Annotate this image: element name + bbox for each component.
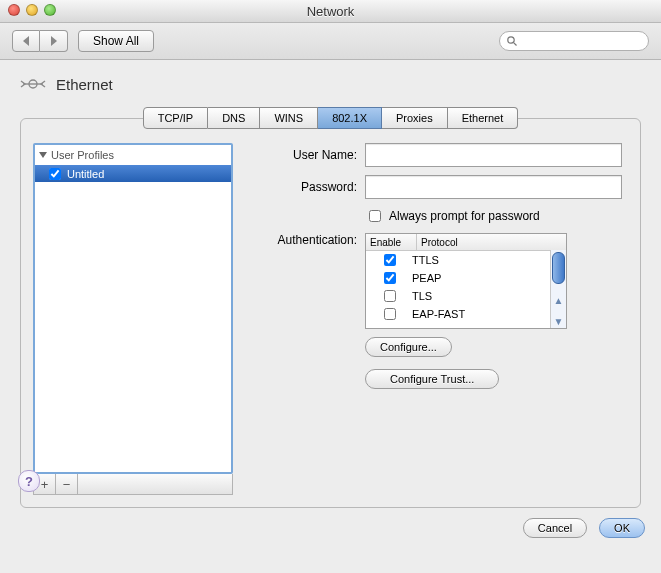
protocol-enable-checkbox[interactable] <box>384 308 396 320</box>
back-button[interactable] <box>12 30 40 52</box>
protocol-row: TTLS <box>366 251 566 269</box>
protocol-row: EAP-FAST <box>366 305 566 323</box>
forward-button[interactable] <box>40 30 68 52</box>
profiles-header[interactable]: User Profiles <box>39 149 114 161</box>
tab-8021x[interactable]: 802.1X <box>318 107 382 129</box>
col-enable: Enable <box>366 234 417 250</box>
profile-row[interactable]: Untitled <box>35 165 231 182</box>
tab-proxies[interactable]: Proxies <box>382 107 448 129</box>
protocol-row: TLS <box>366 287 566 305</box>
window-title: Network <box>0 4 661 19</box>
password-label: Password: <box>247 180 357 194</box>
tab-ethernet[interactable]: Ethernet <box>448 107 519 129</box>
scroll-down-icon[interactable]: ▼ <box>554 316 564 327</box>
profiles-list[interactable]: User Profiles Untitled <box>33 143 233 474</box>
configure-protocol-button[interactable]: Configure... <box>365 337 452 357</box>
disclosure-triangle-icon <box>39 152 47 158</box>
always-prompt-label: Always prompt for password <box>389 209 540 223</box>
scroll-up-icon[interactable]: ▲ <box>554 295 564 306</box>
help-button[interactable]: ? <box>18 470 40 492</box>
always-prompt-checkbox[interactable] <box>369 210 381 222</box>
configure-trust-button[interactable]: Configure Trust... <box>365 369 499 389</box>
authentication-label: Authentication: <box>247 233 357 247</box>
pane-title: Ethernet <box>56 76 113 93</box>
username-input[interactable] <box>365 143 622 167</box>
ok-button[interactable]: OK <box>599 518 645 538</box>
minimize-window-button[interactable] <box>26 4 38 16</box>
username-label: User Name: <box>247 148 357 162</box>
protocol-enable-checkbox[interactable] <box>384 254 396 266</box>
col-protocol: Protocol <box>417 234 566 250</box>
password-input[interactable] <box>365 175 622 199</box>
protocol-enable-checkbox[interactable] <box>384 290 396 302</box>
authentication-table[interactable]: Enable Protocol TTLS PEAP TLS EAP-FAST ▲… <box>365 233 567 329</box>
profile-name: Untitled <box>67 168 104 180</box>
chevron-right-icon <box>51 36 57 46</box>
tab-tcpip[interactable]: TCP/IP <box>143 107 208 129</box>
tab-wins[interactable]: WINS <box>260 107 318 129</box>
profile-enabled-checkbox[interactable] <box>49 168 61 180</box>
scroll-thumb[interactable] <box>552 252 565 284</box>
close-window-button[interactable] <box>8 4 20 16</box>
scrollbar[interactable]: ▲ ▼ <box>550 250 566 328</box>
ethernet-icon <box>18 74 48 94</box>
cancel-button[interactable]: Cancel <box>523 518 587 538</box>
search-input[interactable] <box>499 31 649 51</box>
remove-profile-button[interactable]: − <box>56 474 78 494</box>
protocol-enable-checkbox[interactable] <box>384 272 396 284</box>
protocol-row: PEAP <box>366 269 566 287</box>
show-all-button[interactable]: Show All <box>78 30 154 52</box>
zoom-window-button[interactable] <box>44 4 56 16</box>
tab-dns[interactable]: DNS <box>208 107 260 129</box>
chevron-left-icon <box>23 36 29 46</box>
